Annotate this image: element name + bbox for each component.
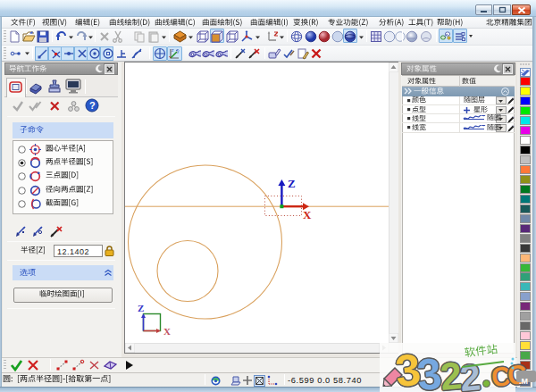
svg-text:y: y [177,48,180,54]
svg-text:Z: Z [138,303,144,313]
svg-text:X: X [303,208,312,221]
svg-text:Z: Z [288,177,296,190]
svg-text:X: X [163,326,171,337]
svg-text:z: z [172,47,174,53]
svg-text:?: ? [89,100,96,111]
